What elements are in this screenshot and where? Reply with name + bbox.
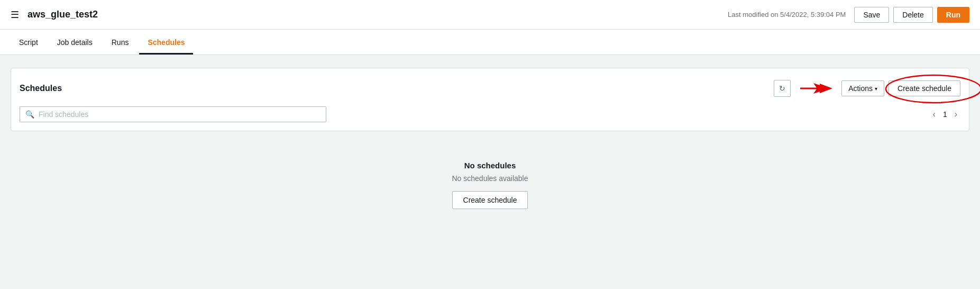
actions-container: Actions ▾ xyxy=(841,80,884,96)
card-actions: ↻ Actions ▾ xyxy=(774,77,960,100)
tab-schedules[interactable]: Schedules xyxy=(139,32,193,55)
refresh-icon: ↻ xyxy=(779,84,785,93)
main-content: Schedules ↻ xyxy=(0,55,980,289)
refresh-button[interactable]: ↻ xyxy=(774,80,791,97)
delete-button[interactable]: Delete xyxy=(893,7,932,23)
last-modified-text: Last modified on 5/4/2022, 5:39:04 PM xyxy=(728,11,846,19)
schedules-card: Schedules ↻ xyxy=(11,68,969,131)
next-page-button[interactable]: › xyxy=(951,109,960,120)
tab-job-details[interactable]: Job details xyxy=(49,32,101,55)
tab-script[interactable]: Script xyxy=(11,32,47,55)
run-button[interactable]: Run xyxy=(937,7,969,23)
chevron-down-icon: ▾ xyxy=(875,86,877,92)
arrow-annotation xyxy=(795,77,837,100)
search-row: 🔍 ‹ 1 › xyxy=(20,106,960,122)
pagination: ‹ 1 › xyxy=(930,109,960,120)
tab-runs[interactable]: Runs xyxy=(103,32,138,55)
actions-button[interactable]: Actions ▾ xyxy=(841,80,884,96)
prev-page-button[interactable]: ‹ xyxy=(930,109,939,120)
empty-create-schedule-button[interactable]: Create schedule xyxy=(452,191,528,209)
save-button[interactable]: Save xyxy=(854,7,889,23)
create-schedule-container: Create schedule xyxy=(889,80,960,96)
empty-title: No schedules xyxy=(464,161,516,170)
card-header: Schedules ↻ xyxy=(20,77,960,100)
menu-icon[interactable]: ☰ xyxy=(11,9,19,21)
empty-subtitle: No schedules available xyxy=(452,174,528,183)
search-icon: 🔍 xyxy=(25,110,34,119)
tabs-bar: Script Job details Runs Schedules xyxy=(0,30,980,55)
header: ☰ aws_glue_test2 Last modified on 5/4/20… xyxy=(0,0,980,30)
page-number: 1 xyxy=(943,110,947,119)
search-input[interactable] xyxy=(39,110,320,119)
search-box: 🔍 xyxy=(20,106,326,122)
create-schedule-button[interactable]: Create schedule xyxy=(889,80,960,96)
empty-state: No schedules No schedules available Crea… xyxy=(11,140,969,230)
page-title: aws_glue_test2 xyxy=(28,9,728,20)
header-actions: Save Delete Run xyxy=(854,7,969,23)
schedules-title: Schedules xyxy=(20,84,774,93)
actions-label: Actions xyxy=(848,84,873,93)
